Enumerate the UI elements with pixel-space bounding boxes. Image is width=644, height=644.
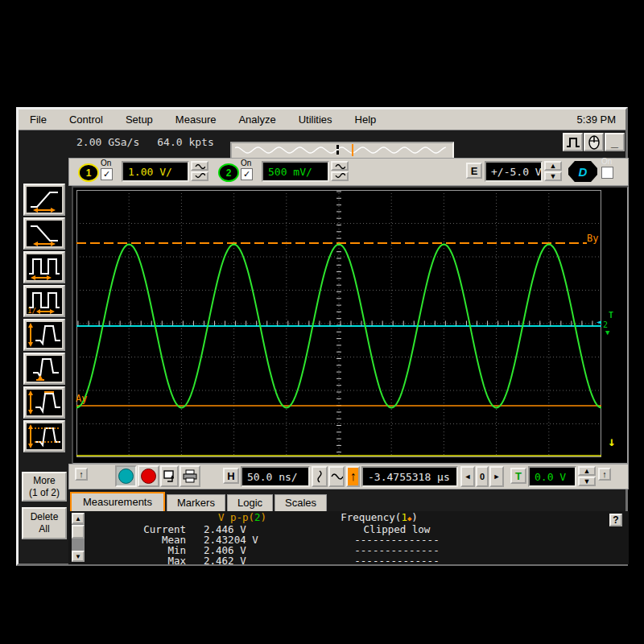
display-on-checkbox[interactable]: [601, 167, 613, 179]
channel1-scale-up-button[interactable]: [191, 161, 208, 171]
scroll-up-right-button[interactable]: ↑: [598, 468, 611, 481]
window-buttons: _: [563, 133, 625, 151]
channel1-on-toggle[interactable]: On ✓: [101, 159, 113, 180]
menu-help[interactable]: Help: [344, 114, 388, 126]
trigger-button[interactable]: T: [510, 468, 526, 484]
display-on-toggle[interactable]: On: [601, 158, 613, 179]
position-right-button[interactable]: ►: [489, 466, 504, 487]
screen-capture-button[interactable]: [160, 465, 179, 487]
horizontal-position-field[interactable]: -3.4755318 µs: [361, 466, 458, 487]
zoom-horizontal-button[interactable]: [328, 466, 345, 487]
channel2-scale-field[interactable]: 500 mV/: [262, 161, 329, 182]
channel1-scale-down-button[interactable]: [191, 171, 208, 181]
menu-setup[interactable]: Setup: [114, 114, 164, 126]
tab-measurements[interactable]: Measurements: [70, 492, 165, 511]
horizontal-sine-icon: [330, 472, 343, 481]
eye-d-icon: D: [579, 165, 588, 179]
down-triangle-icon: ▼: [550, 173, 557, 180]
waveform-display[interactable]: Ay By ◄ T 2 ▼ ↓: [72, 186, 629, 464]
tab-markers[interactable]: Markers: [167, 494, 225, 511]
measure-vmin-button[interactable]: [23, 353, 65, 385]
vamp-icon: [27, 423, 62, 449]
display-eye-button[interactable]: D: [568, 161, 597, 182]
delete-all-button[interactable]: Delete All: [22, 507, 67, 539]
external-trigger-button[interactable]: E: [466, 163, 482, 179]
channel1-checkbox[interactable]: ✓: [101, 168, 113, 180]
channel2-number: 2: [226, 167, 232, 179]
preview-waveform-icon: [232, 143, 449, 157]
channel2-checkbox[interactable]: ✓: [241, 168, 253, 180]
external-up-button[interactable]: ▲: [544, 161, 562, 171]
menu-analyze[interactable]: Analyze: [227, 114, 287, 126]
vmax-icon: [27, 390, 62, 415]
position-zero-button[interactable]: 0: [476, 466, 489, 487]
tab-logic[interactable]: Logic: [227, 494, 273, 511]
measure-vpp-button[interactable]: [23, 319, 65, 351]
position-left-button[interactable]: ◄: [460, 466, 475, 487]
oscilloscope-window: File Control Setup Measure Analyze Utili…: [16, 107, 628, 566]
minimize-button[interactable]: _: [605, 133, 625, 151]
measure-frequency-button[interactable]: 1/: [23, 285, 65, 317]
trigger-up-button[interactable]: ▲: [578, 466, 596, 476]
more-button[interactable]: More (1 of 2): [22, 472, 67, 502]
horizontal-button[interactable]: H: [223, 468, 239, 484]
print-button[interactable]: [180, 465, 200, 487]
orange-up-arrow-icon: ↑: [350, 469, 357, 484]
panel-scrollbar: ▲ ▼: [72, 513, 85, 562]
pulse-mode-button[interactable]: [563, 133, 583, 151]
menu-measure[interactable]: Measure: [164, 114, 228, 126]
trigger-t-marker[interactable]: T: [609, 311, 613, 320]
trigger-position-button[interactable]: ↑: [346, 466, 360, 487]
measure-fall-time-button[interactable]: [23, 217, 65, 250]
marker-ay-label[interactable]: Ay: [76, 393, 87, 404]
menu-file[interactable]: File: [19, 114, 58, 126]
zoom-vertical-button[interactable]: [312, 466, 328, 487]
mouse-pointer-button[interactable]: [584, 133, 604, 151]
tab-scales[interactable]: Scales: [275, 494, 327, 511]
h-letter: H: [227, 470, 234, 482]
channel1-scale-field[interactable]: 1.00 V/: [122, 161, 189, 182]
up-arrow-icon: ↑: [79, 469, 84, 479]
channel1-badge[interactable]: 1: [78, 163, 99, 182]
external-range-field[interactable]: +/-5.0 V: [485, 161, 543, 182]
scroll-up-left-button[interactable]: ↑: [75, 468, 88, 481]
channel2-scale-up-button[interactable]: [331, 161, 349, 171]
trigger-down-button[interactable]: ▼: [578, 477, 596, 486]
menu-control[interactable]: Control: [58, 114, 114, 126]
trigger-level-field[interactable]: 0.0 V: [528, 466, 576, 487]
menu-utilities[interactable]: Utilities: [287, 114, 344, 126]
channel1-spinner: [191, 161, 208, 181]
measure-vmax-button[interactable]: [23, 386, 65, 419]
rise-time-icon: [27, 187, 62, 213]
pulse-width-icon: [27, 254, 62, 280]
scrollbar-thumb[interactable]: [72, 525, 85, 539]
channel1-number: 1: [86, 167, 92, 179]
t-letter: T: [515, 470, 522, 482]
vertical-squiggle-icon: [315, 469, 324, 484]
channel2-on-toggle[interactable]: On ✓: [241, 159, 253, 180]
vmin-icon: [27, 356, 62, 382]
minimize-icon: _: [611, 135, 618, 150]
vpp-header-text: V p-p(: [218, 511, 254, 523]
zero-label: 0: [480, 472, 485, 481]
channel2-badge[interactable]: 2: [218, 163, 239, 182]
stop-button[interactable]: [138, 465, 159, 487]
sine-up-icon: [334, 163, 345, 169]
up-triangle-icon: ▲: [75, 515, 81, 522]
help-button[interactable]: ?: [609, 514, 622, 526]
marker-by-label[interactable]: By: [587, 233, 598, 244]
delete-label-line1: Delete: [23, 511, 65, 523]
delete-label-line2: All: [23, 523, 65, 535]
scrollbar-up-button[interactable]: ▲: [72, 513, 85, 524]
measure-rise-time-button[interactable]: [23, 184, 65, 216]
channel2-scale-down-button[interactable]: [331, 171, 349, 181]
measure-vamp-button[interactable]: [23, 420, 65, 452]
vpp-column-header: V p-p(2): [186, 512, 299, 524]
external-down-button[interactable]: ▼: [544, 171, 562, 181]
measurements-table: V p-p(2) Frequency(1◆) Current 2.446 V C…: [89, 512, 477, 566]
run-button[interactable]: [115, 465, 137, 487]
question-mark-icon: ?: [613, 514, 618, 526]
scrollbar-down-button[interactable]: ▼: [72, 551, 85, 562]
timebase-field[interactable]: 50.0 ns/: [241, 466, 310, 487]
measure-width-button[interactable]: [23, 251, 65, 283]
